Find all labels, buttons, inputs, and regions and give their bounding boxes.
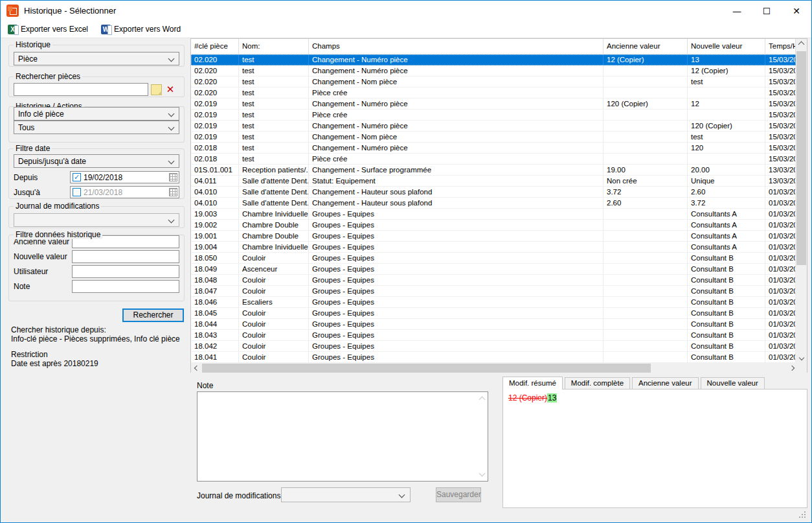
column-header[interactable]: Temps/H xyxy=(765,39,796,54)
maximize-button[interactable]: ☐ xyxy=(752,1,782,21)
jusqua-date-field[interactable]: 21/03/2018 xyxy=(70,186,179,198)
scrollbar-corner xyxy=(796,363,807,373)
vertical-scroll-thumb[interactable] xyxy=(796,51,806,265)
action-type-select[interactable]: Info clé pièce xyxy=(14,107,179,121)
table-row[interactable]: 01S.01.001Reception patients/...Changeme… xyxy=(191,165,796,176)
close-button[interactable]: ✕ xyxy=(782,1,811,21)
table-row[interactable]: 04.010Salle d'attente Dent...Changement … xyxy=(191,198,796,209)
scroll-up-button[interactable] xyxy=(796,39,807,50)
rechercher-button[interactable]: Rechercher xyxy=(122,308,184,322)
table-cell: Groupes - Equipes xyxy=(309,264,603,275)
journal-bottom-select[interactable] xyxy=(281,487,411,502)
nouvelle-valeur-input[interactable] xyxy=(72,250,179,263)
resize-grip[interactable] xyxy=(804,517,806,518)
calendar-icon[interactable] xyxy=(169,188,177,196)
minimize-button[interactable]: — xyxy=(722,1,752,21)
column-header[interactable]: Champs xyxy=(309,39,603,54)
table-row[interactable]: 19.001Chambre DoubleGroupes - EquipesCon… xyxy=(191,231,796,242)
depuis-checkbox[interactable]: ✓ xyxy=(73,173,81,181)
jusqua-date-value: 21/03/2018 xyxy=(84,188,122,197)
table-cell: 04.010 xyxy=(191,187,239,198)
table-cell xyxy=(603,132,688,143)
table-row[interactable]: 18.049AscenceurGroupes - EquipesConsulta… xyxy=(191,264,796,275)
table-cell: test xyxy=(239,99,309,110)
table-row[interactable]: 18.042CouloirGroupes - EquipesConsultant… xyxy=(191,341,796,352)
table-cell: 13/03/20 xyxy=(765,176,796,187)
table-cell: Changement - Numéro pièce xyxy=(309,54,603,65)
sauvegarder-button[interactable]: Sauvegarder xyxy=(436,487,481,502)
scroll-down-button[interactable] xyxy=(796,352,807,363)
table-row[interactable]: 02.018testChangement - Numéro pièce12015… xyxy=(191,143,796,154)
table-row[interactable]: 19.003Chambre InividuelleGroupes - Equip… xyxy=(191,209,796,220)
depuis-date-field[interactable]: ✓ 19/02/2018 xyxy=(70,171,179,183)
restriction-line2: Date est après 20180219 xyxy=(11,360,98,369)
table-cell xyxy=(688,154,765,165)
table-row[interactable]: 18.046EscaliersGroupes - EquipesConsulta… xyxy=(191,297,796,308)
pick-piece-icon[interactable] xyxy=(151,84,162,95)
export-excel-button[interactable]: X Exporter vers Excel xyxy=(6,22,90,36)
table-row[interactable]: 19.004Chambre InividuelleGroupes - Equip… xyxy=(191,242,796,253)
table-row[interactable]: 19.002Chambre DoubleGroupes - EquipesCon… xyxy=(191,220,796,231)
table-row[interactable]: 02.020testChangement - Nom piècetest15/0… xyxy=(191,76,796,87)
table-cell: 04.011 xyxy=(191,176,239,187)
journal-select[interactable] xyxy=(14,213,179,227)
table-row[interactable]: 04.011Salle d'attente Dent...Statut: Equ… xyxy=(191,176,796,187)
textarea-scroll-up-icon[interactable] xyxy=(479,397,486,403)
table-cell xyxy=(603,121,688,132)
export-word-button[interactable]: W Exporter vers Word xyxy=(99,22,183,36)
table-row[interactable]: 02.019testChangement - Numéro pièce120 (… xyxy=(191,121,796,132)
calendar-icon[interactable] xyxy=(169,173,177,181)
table-row[interactable]: 02.020testChangement - Numéro pièce12 (C… xyxy=(191,65,796,76)
note-filter-input[interactable] xyxy=(72,280,179,293)
table-row[interactable]: 18.048CouloirGroupes - EquipesConsultant… xyxy=(191,275,796,286)
historique-type-select[interactable]: Pièce xyxy=(14,52,179,65)
filtre-donnees-groupbox: Filtre données historique Ancienne valeu… xyxy=(8,235,185,301)
column-header[interactable]: Ancienne valeur xyxy=(603,39,688,54)
table-cell xyxy=(688,87,765,99)
tab-modif-complete[interactable]: Modif. complète xyxy=(565,377,630,389)
table-row[interactable]: 18.043CouloirGroupes - EquipesConsultant… xyxy=(191,330,796,341)
table-cell: Consultant B xyxy=(688,341,765,352)
table-row[interactable]: 02.019testChangement - Nom piècetest15/0… xyxy=(191,132,796,143)
table-cell xyxy=(603,308,688,319)
table-cell: 13/03/20 xyxy=(765,165,796,176)
table-cell: Changement - Numéro pièce xyxy=(309,143,603,154)
table-row[interactable]: 18.047CouloirGroupes - EquipesConsultant… xyxy=(191,286,796,297)
scroll-left-button[interactable] xyxy=(191,363,202,373)
chevron-down-icon xyxy=(168,111,175,117)
table-row[interactable]: 02.019testPièce crée15/03/20 xyxy=(191,110,796,121)
clear-search-icon[interactable]: ✕ xyxy=(164,84,176,95)
table-row[interactable]: 02.020testPièce crée15/03/20 xyxy=(191,87,796,99)
table-row[interactable]: 02.020testChangement - Numéro pièce12 (C… xyxy=(191,54,796,65)
table-row[interactable]: 18.050CouloirGroupes - EquipesConsultant… xyxy=(191,253,796,264)
horizontal-scrollbar[interactable] xyxy=(191,363,797,373)
tab-nouvelle-valeur[interactable]: Nouvelle valeur xyxy=(701,377,765,389)
table-row[interactable]: 02.019testChangement - Numéro pièce120 (… xyxy=(191,99,796,110)
table-cell: 01/03/20 xyxy=(765,253,796,264)
table-cell: 02.019 xyxy=(191,132,239,143)
table-row[interactable]: 02.018testPièce crée15/03/20 xyxy=(191,154,796,165)
table-row[interactable]: 18.041CouloirGroupes - EquipesConsultant… xyxy=(191,352,796,363)
rechercher-pieces-input[interactable] xyxy=(14,83,148,96)
tab-modif-resume[interactable]: Modif. résumé xyxy=(502,377,563,389)
column-header[interactable]: Nouvelle valeur xyxy=(688,39,765,54)
date-mode-select[interactable]: Depuis/jusqu'à date xyxy=(14,154,179,168)
chevron-down-icon xyxy=(798,354,804,360)
table-cell: 19.00 xyxy=(603,165,688,176)
column-header[interactable]: #clé pièce xyxy=(191,39,239,54)
table-cell xyxy=(603,220,688,231)
journal-modifications-groupbox: Journal de modifications xyxy=(8,206,185,228)
column-header[interactable]: Nom: xyxy=(239,39,309,54)
textarea-scroll-down-icon[interactable] xyxy=(479,471,486,477)
action-scope-select[interactable]: Tous xyxy=(14,121,179,134)
table-cell xyxy=(603,65,688,76)
horizontal-scroll-thumb[interactable] xyxy=(202,364,651,373)
table-row[interactable]: 18.044CouloirGroupes - EquipesConsultant… xyxy=(191,319,796,330)
note-textarea[interactable] xyxy=(197,391,488,482)
vertical-scrollbar[interactable] xyxy=(796,39,807,363)
tab-ancienne-valeur[interactable]: Ancienne valeur xyxy=(632,377,698,389)
table-row[interactable]: 18.045CouloirGroupes - EquipesConsultant… xyxy=(191,308,796,319)
utilisateur-input[interactable] xyxy=(72,265,179,278)
jusqua-checkbox[interactable] xyxy=(73,188,81,196)
table-row[interactable]: 04.010Salle d'attente Dent...Changement … xyxy=(191,187,796,198)
